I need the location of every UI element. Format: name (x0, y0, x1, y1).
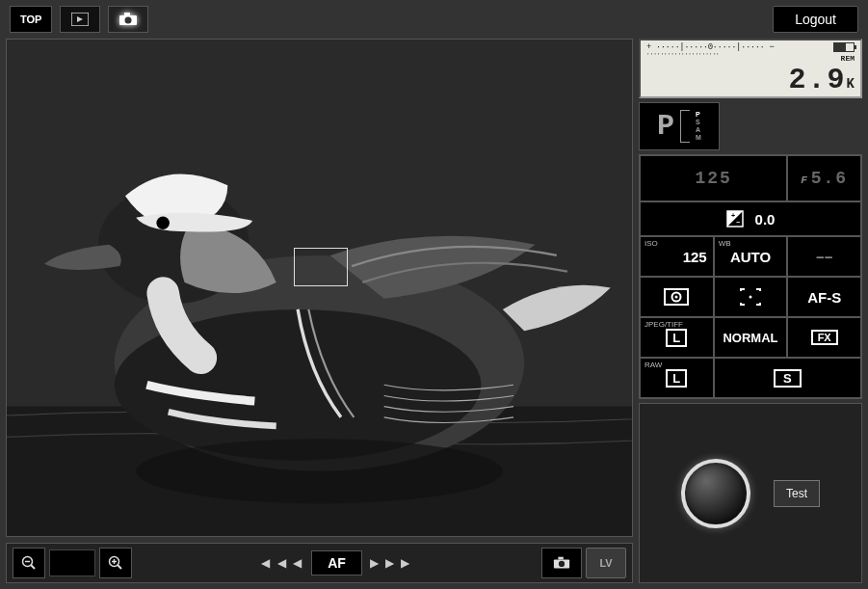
top-link-button[interactable]: TOP (10, 6, 52, 33)
ev-comp-cell[interactable]: + − 0.0 (640, 201, 861, 236)
svg-line-16 (118, 565, 121, 569)
logout-label: Logout (795, 12, 836, 27)
release-mode-cell[interactable]: S (714, 358, 861, 398)
flash-comp-cell[interactable]: −− (787, 236, 861, 277)
main-row: ◀ ◀ ◀ AF ▶ ▶ ▶ LV (0, 39, 868, 589)
metering-matrix-icon (663, 286, 690, 308)
af-area-icon (737, 286, 764, 308)
exposure-mode-box[interactable]: P P S A M (639, 102, 720, 150)
shutter-speed-value: 125 (695, 169, 731, 188)
svg-point-4 (125, 17, 132, 24)
iso-cell[interactable]: ISO 125 (640, 236, 714, 277)
flash-comp-value: −− (816, 249, 833, 265)
ev-scale: + ·····|·····0·····|····· − (646, 42, 774, 52)
af-mode-cell[interactable]: AF-S (787, 277, 861, 317)
svg-line-13 (31, 565, 35, 569)
svg-point-11 (136, 439, 503, 503)
ev-ticks: ''''''''''''''''''''' (646, 52, 774, 59)
crop-cell[interactable]: FX (787, 317, 861, 358)
viewport-toolbar: ◀ ◀ ◀ AF ▶ ▶ ▶ LV (6, 543, 633, 583)
image-size-value: L (666, 329, 687, 347)
zoom-in-button[interactable] (99, 548, 132, 578)
metering-cell[interactable] (640, 277, 714, 317)
svg-text:+: + (731, 212, 735, 219)
raw-label: RAW (644, 361, 662, 369)
af-mode-value: AF-S (807, 289, 841, 306)
lcd-status-panel: + ·····|·····0·····|····· − ''''''''''''… (639, 39, 862, 98)
camera-icon (118, 13, 138, 26)
image-format-label: JPEG/TIFF (644, 320, 683, 329)
zoom-out-icon (21, 555, 37, 571)
af-area-cell[interactable] (714, 277, 788, 317)
test-button[interactable]: Test (774, 480, 820, 507)
raw-size-cell[interactable]: RAW L (640, 358, 714, 398)
lv-toggle-button[interactable]: LV (586, 548, 626, 578)
mode-current: P (657, 110, 674, 143)
shutter-speed-cell[interactable]: 125 (640, 155, 787, 201)
aperture-value: F5.6 (801, 169, 848, 188)
ev-scale-group: + ·····|·····0·····|····· − ''''''''''''… (646, 42, 774, 59)
release-mode-value: S (774, 369, 802, 388)
image-size-cell[interactable]: JPEG/TIFF L (640, 317, 714, 358)
playback-tab-button[interactable] (60, 6, 100, 33)
raw-size-value: L (666, 369, 687, 388)
zoom-level-bar (49, 549, 95, 576)
live-image-placeholder (7, 40, 632, 536)
remaining-number: 2.9 (789, 64, 847, 96)
right-column: + ·····|·····0·····|····· − ''''''''''''… (639, 39, 862, 583)
rem-label: REM (841, 54, 855, 63)
camera-tab-button[interactable] (108, 6, 148, 33)
playback-icon (71, 13, 89, 26)
mode-list: P S A M (696, 111, 701, 142)
af-focus-group: ◀ ◀ ◀ AF ▶ ▶ ▶ (136, 550, 538, 576)
svg-rect-20 (558, 557, 563, 560)
focus-point-rect (294, 248, 348, 286)
svg-marker-1 (77, 16, 83, 22)
live-view-image (7, 40, 632, 536)
svg-text:−: − (736, 219, 740, 226)
test-label: Test (786, 487, 807, 500)
capture-button[interactable] (541, 548, 582, 578)
ev-comp-value: 0.0 (755, 211, 776, 228)
af-button[interactable]: AF (311, 550, 362, 576)
quality-value: NORMAL (723, 331, 777, 345)
battery-icon (833, 42, 855, 52)
wb-value: AUTO (730, 249, 771, 265)
camera-small-icon (553, 556, 570, 570)
shutter-zone: Test (639, 403, 862, 583)
settings-grid: 125 F5.6 + − 0.0 ISO 125 (639, 154, 862, 399)
af-label: AF (328, 555, 346, 571)
zoom-in-icon (108, 555, 123, 571)
shutter-release-button[interactable] (681, 459, 750, 528)
iso-label: ISO (644, 239, 658, 248)
lcd-right-group: REM (833, 42, 855, 63)
wb-label: WB (719, 239, 731, 248)
iso-value: 125 (683, 249, 707, 265)
left-column: ◀ ◀ ◀ AF ▶ ▶ ▶ LV (6, 39, 633, 583)
quality-cell[interactable]: NORMAL (714, 317, 788, 358)
remaining-unit: K (847, 76, 855, 92)
ev-comp-icon: + − (726, 210, 744, 228)
lv-label: LV (599, 557, 612, 569)
svg-point-21 (559, 561, 565, 567)
crop-value: FX (811, 330, 838, 345)
svg-rect-3 (124, 13, 130, 15)
remaining-count: 2.9 K (789, 64, 855, 96)
focus-right-arrows[interactable]: ▶ ▶ ▶ (370, 556, 412, 570)
focus-left-arrows[interactable]: ◀ ◀ ◀ (261, 556, 303, 570)
svg-point-28 (675, 296, 678, 299)
zoom-out-button[interactable] (13, 548, 45, 578)
top-toolbar: TOP Logout (0, 0, 868, 39)
wb-cell[interactable]: WB AUTO (714, 236, 788, 277)
aperture-cell[interactable]: F5.6 (787, 155, 861, 201)
logout-button[interactable]: Logout (773, 6, 858, 33)
mode-bracket-icon (680, 110, 690, 143)
top-link-label: TOP (20, 13, 41, 25)
live-view-viewport[interactable] (6, 39, 633, 537)
svg-point-29 (749, 296, 751, 299)
svg-point-10 (156, 217, 169, 229)
